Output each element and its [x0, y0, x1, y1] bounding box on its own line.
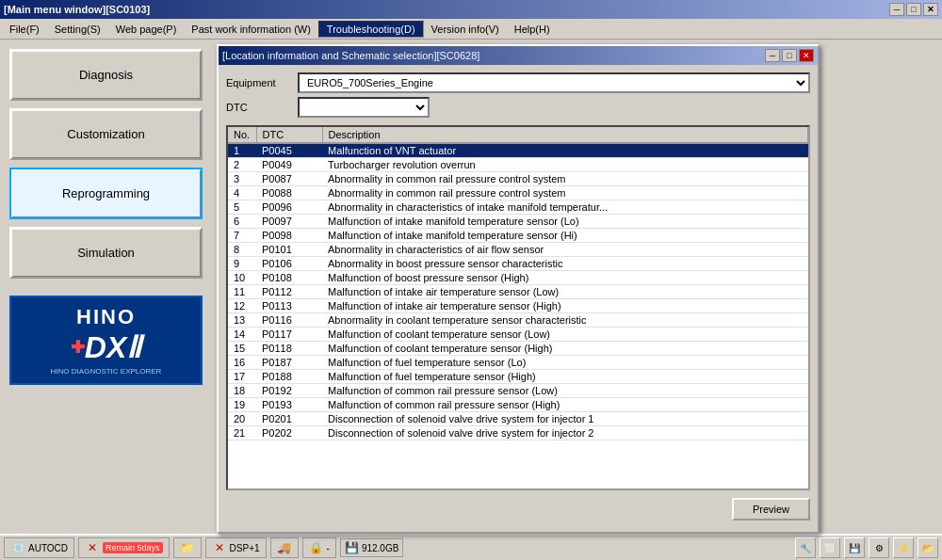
- menu-troubleshooting[interactable]: Troubleshooting(D): [318, 21, 424, 38]
- taskbar-lock[interactable]: 🔒 -: [302, 537, 336, 558]
- taskbar-folder[interactable]: 📁: [173, 537, 202, 558]
- table-row[interactable]: 15P0118Malfunction of coolant temperatur…: [228, 342, 808, 356]
- taskbar-dsp[interactable]: ✕ DSP+1: [205, 537, 267, 558]
- table-row[interactable]: 12P0113Malfunction of intake air tempera…: [228, 299, 808, 313]
- cell-no: 17: [228, 370, 256, 384]
- table-row[interactable]: 13P0116Abnormality in coolant temperatur…: [228, 313, 808, 328]
- table-row[interactable]: 16P0187Malfunction of fuel temperature s…: [228, 356, 808, 370]
- cell-desc: Malfunction of intake air temperature se…: [322, 285, 808, 299]
- close-button[interactable]: ✕: [923, 3, 938, 16]
- logo-subtitle: HINO DIAGNOSTIC EXPLORER: [51, 367, 162, 376]
- menu-webpage[interactable]: Web page(P): [108, 22, 185, 37]
- table-row[interactable]: 10P0108Malfunction of boost pressure sen…: [228, 271, 808, 285]
- table-row[interactable]: 3P0087Abnormality in common rail pressur…: [228, 172, 808, 186]
- dialog-title: [Location information and Schematic sele…: [222, 50, 479, 61]
- cell-no: 12: [228, 299, 256, 313]
- dialog-title-bar: [Location information and Schematic sele…: [219, 46, 818, 65]
- equipment-row: Equipment EURO5_700Series_Engine: [226, 72, 810, 93]
- menu-setting[interactable]: Setting(S): [47, 22, 108, 37]
- dtc-table-container[interactable]: No. DTC Description 1P0045Malfunction of…: [226, 125, 810, 490]
- hdd-icon: 💾: [345, 540, 360, 555]
- table-row[interactable]: 17P0188Malfunction of fuel temperature s…: [228, 370, 808, 384]
- dtc-label: DTC: [226, 102, 292, 113]
- table-row[interactable]: 14P0117Malfunction of coolant temperatur…: [228, 328, 808, 342]
- equipment-select[interactable]: EURO5_700Series_Engine: [298, 72, 810, 93]
- taskbar-autocd[interactable]: 💿 AUTOCD: [4, 537, 74, 558]
- table-row[interactable]: 21P0202Disconnection of solenoid valve d…: [228, 426, 808, 440]
- taskbar-folder2-btn[interactable]: 📂: [918, 537, 938, 558]
- folder-icon: 📁: [180, 540, 195, 555]
- cell-no: 20: [228, 412, 256, 426]
- cell-desc: Malfunction of coolant temperature senso…: [322, 342, 808, 356]
- taskbar-settings-btn[interactable]: ⚙: [869, 537, 889, 558]
- table-row[interactable]: 4P0088Abnormality in common rail pressur…: [228, 186, 808, 200]
- table-row[interactable]: 1P0045Malfunction of VNT actuator: [228, 143, 808, 158]
- minimize-button[interactable]: ─: [889, 3, 904, 16]
- cell-no: 5: [228, 200, 256, 215]
- cell-dtc: P0096: [256, 200, 322, 215]
- dtc-select[interactable]: [298, 97, 430, 118]
- table-row[interactable]: 18P0192Malfunction of common rail pressu…: [228, 384, 808, 398]
- menu-versioninfo[interactable]: Version info(V): [424, 22, 507, 37]
- sidebar-btn-reprogramming[interactable]: Reprogramming: [9, 168, 203, 219]
- taskbar-wrench-btn[interactable]: 🔧: [795, 537, 816, 558]
- cell-dtc: P0116: [256, 313, 322, 328]
- location-schematic-dialog: [Location information and Schematic sele…: [217, 44, 820, 534]
- dialog-minimize-button[interactable]: ─: [765, 49, 780, 62]
- table-row[interactable]: 7P0098Malfunction of intake manifold tem…: [228, 229, 808, 243]
- logo-model: DXⅡ: [85, 329, 141, 365]
- cell-desc: Abnormality in characteristics of air fl…: [322, 243, 808, 257]
- menu-help[interactable]: Help(H): [507, 22, 558, 37]
- table-row[interactable]: 20P0201Disconnection of solenoid valve d…: [228, 412, 808, 426]
- cell-desc: Malfunction of fuel temperature sensor (…: [322, 370, 808, 384]
- logo-plus-icon: ✚: [71, 337, 85, 358]
- dtc-row: DTC: [226, 97, 810, 118]
- table-row[interactable]: 6P0097Malfunction of intake manifold tem…: [228, 215, 808, 229]
- table-row[interactable]: 8P0101Abnormality in characteristics of …: [228, 243, 808, 257]
- taskbar-dash-label: -: [327, 543, 330, 553]
- cell-dtc: P0117: [256, 328, 322, 342]
- cell-desc: Malfunction of coolant temperature senso…: [322, 328, 808, 342]
- truck-icon: 🚚: [277, 540, 292, 555]
- taskbar: 💿 AUTOCD ✕ Remain 5days 📁 ✕ DSP+1 🚚 🔒 - …: [0, 534, 942, 560]
- sidebar-btn-diagnosis[interactable]: Diagnosis: [9, 49, 203, 101]
- cell-desc: Disconnection of solenoid valve drive sy…: [322, 412, 808, 426]
- table-row[interactable]: 9P0106Abnormality in boost pressure sens…: [228, 257, 808, 271]
- taskbar-eraser-btn[interactable]: ⬜: [820, 537, 840, 558]
- cell-desc: Malfunction of VNT actuator: [322, 143, 808, 158]
- taskbar-lightning-btn[interactable]: ⚡: [893, 537, 914, 558]
- cell-dtc: P0097: [256, 215, 322, 229]
- sidebar-btn-simulation[interactable]: Simulation: [9, 227, 203, 279]
- taskbar-save-btn[interactable]: 💾: [844, 537, 865, 558]
- menu-pastwork[interactable]: Past work information (W): [184, 22, 318, 37]
- preview-button[interactable]: Preview: [732, 498, 810, 520]
- table-row[interactable]: 2P0049Turbocharger revolution overrun: [228, 158, 808, 172]
- cell-dtc: P0112: [256, 285, 322, 299]
- table-row[interactable]: 19P0193Malfunction of common rail pressu…: [228, 398, 808, 412]
- cell-desc: Malfunction of boost pressure sensor (Hi…: [322, 271, 808, 285]
- dialog-restore-button[interactable]: □: [782, 49, 797, 62]
- taskbar-hdd: 💾 912.0GB: [340, 538, 403, 557]
- lock-icon: 🔒: [309, 540, 324, 555]
- cell-no: 6: [228, 215, 256, 229]
- sidebar-btn-customization[interactable]: Customization: [9, 108, 203, 160]
- cell-desc: Malfunction of intake manifold temperatu…: [322, 215, 808, 229]
- col-header-dtc: DTC: [256, 127, 322, 143]
- taskbar-truck[interactable]: 🚚: [270, 537, 299, 558]
- cell-dtc: P0192: [256, 384, 322, 398]
- cell-dtc: P0202: [256, 426, 322, 440]
- cell-desc: Abnormality in characteristics of intake…: [322, 200, 808, 215]
- table-row[interactable]: 5P0096Abnormality in characteristics of …: [228, 200, 808, 215]
- cell-no: 14: [228, 328, 256, 342]
- taskbar-warning[interactable]: ✕ Remain 5days: [78, 537, 170, 558]
- dtc-table: No. DTC Description 1P0045Malfunction of…: [228, 127, 808, 440]
- cell-dtc: P0188: [256, 370, 322, 384]
- table-row[interactable]: 11P0112Malfunction of intake air tempera…: [228, 285, 808, 299]
- menu-file[interactable]: File(F): [2, 22, 47, 37]
- cell-dtc: P0108: [256, 271, 322, 285]
- main-area: Diagnosis Customization Reprogramming Si…: [0, 40, 942, 534]
- dialog-close-button[interactable]: ✕: [799, 49, 814, 62]
- cell-dtc: P0193: [256, 398, 322, 412]
- warning-icon: ✕: [85, 540, 100, 555]
- maximize-button[interactable]: □: [906, 3, 921, 16]
